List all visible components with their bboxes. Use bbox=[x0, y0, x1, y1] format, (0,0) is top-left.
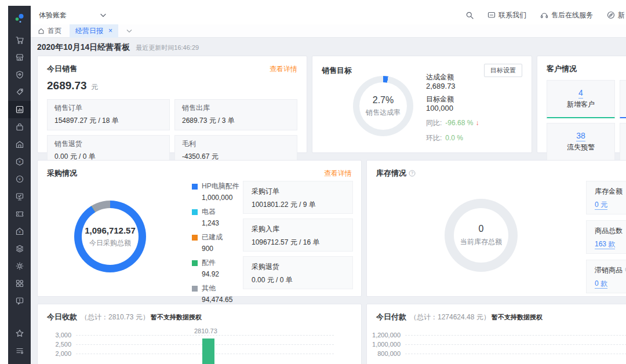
tab-daily-report-label: 经营日报 bbox=[75, 26, 103, 36]
sidebar-item-goods-box-yuan-icon[interactable]: ¥ bbox=[8, 153, 31, 170]
sidebar-item-funds-coin-yuan-icon[interactable]: ¥ bbox=[8, 170, 31, 188]
favorites-star-icon[interactable] bbox=[8, 325, 31, 342]
sales-target-title: 销售目标 bbox=[322, 65, 352, 76]
customers-tiles: 4 新增客户 38 流失预警 bbox=[547, 80, 626, 161]
metric-sales-order[interactable]: 销售订单 154897.27 元 / 18 单 bbox=[47, 99, 170, 130]
tile-label: 采购订单 bbox=[252, 187, 344, 196]
after-sales-service-label: 售后在线服务 bbox=[551, 10, 593, 20]
guide-link[interactable]: 新 bbox=[607, 10, 625, 20]
tile-label: 采购退货 bbox=[252, 262, 344, 272]
goods-count-link[interactable]: 163 款 bbox=[595, 240, 615, 249]
help-icon[interactable]: ? bbox=[409, 170, 416, 177]
metric-label: 销售出库 bbox=[182, 103, 290, 113]
sidebar-item-report-chart-icon[interactable] bbox=[8, 101, 31, 118]
sidebar-item-apps-grid-icon[interactable] bbox=[8, 275, 31, 292]
sidebar-item-store-icon[interactable] bbox=[8, 49, 31, 66]
menu-settings-icon[interactable] bbox=[8, 342, 31, 359]
mom-value: 0.0 % bbox=[445, 134, 463, 142]
mom-label: 环比: bbox=[426, 134, 442, 142]
yoy-label: 同比: bbox=[426, 119, 442, 127]
tab-home[interactable]: 首页 bbox=[38, 26, 61, 36]
compass-icon bbox=[607, 11, 615, 19]
yoy-value: -96.68 % bbox=[445, 119, 473, 127]
customer-tile-cut[interactable] bbox=[620, 123, 626, 161]
sidebar-item-sales-cart-icon[interactable] bbox=[8, 31, 31, 49]
purchase-total-label: 今日采购总额 bbox=[89, 238, 131, 248]
tile-label: 采购入库 bbox=[252, 224, 344, 234]
account-name: 体验账套 bbox=[39, 10, 67, 20]
sidebar-item-warehouse-icon[interactable] bbox=[8, 136, 31, 153]
tab-dropdown-icon[interactable] bbox=[126, 27, 132, 35]
slow-moving-tile[interactable]: 滞销商品? 0 款 bbox=[586, 260, 626, 293]
inventory-amount-tile[interactable]: 库存金额 0 元 bbox=[586, 181, 626, 214]
sidebar-item-settings-gear-icon[interactable] bbox=[8, 257, 31, 275]
sales-target-card: 销售目标 目标设置 2.7% 销售达成率 达成金额 2,689.73 目标金额 … bbox=[312, 56, 532, 153]
today-payments-card: 今日付款 （总计：1274624.48 元） 暂不支持数据授权 1,200,00… bbox=[366, 304, 626, 364]
search-icon[interactable] bbox=[465, 11, 474, 19]
target-settings-button[interactable]: 目标设置 bbox=[484, 64, 522, 77]
svg-text:¥: ¥ bbox=[19, 177, 21, 181]
app-window: ¥ ¥ ¥ bbox=[8, 6, 626, 364]
legend-item: 其他 94,474.65 bbox=[192, 283, 239, 304]
y-axis-tick: 800,000 bbox=[367, 350, 401, 357]
close-tab-icon[interactable]: × bbox=[108, 27, 112, 35]
new-customers-count-link[interactable]: 4 bbox=[578, 88, 583, 99]
inventory-tiles: 库存金额 0 元 商品总数 163 款 滞销商品? 0 款 bbox=[586, 161, 626, 296]
yoy-row: 同比:-96.68 %↓ bbox=[426, 118, 479, 128]
purchase-order-tile[interactable]: 采购订单 1001801.22 元 / 9 单 bbox=[243, 181, 353, 214]
sidebar-item-stock-layers-icon[interactable] bbox=[8, 240, 31, 257]
dashboard-content: 2020年10月14日经营看板 最近更新时间16:46:29 今日销售 查看详情… bbox=[31, 38, 626, 364]
legend-label: 电器 bbox=[202, 207, 216, 217]
sales-view-details-link[interactable]: 查看详情 bbox=[270, 64, 297, 74]
legend-label: HP电脑配件 bbox=[202, 181, 239, 191]
after-sales-service-link[interactable]: 售后在线服务 bbox=[540, 10, 593, 20]
last-updated-text: 最近更新时间16:46:29 bbox=[136, 43, 199, 52]
today-sales-amount: 2689.73 元 bbox=[47, 79, 297, 92]
mom-row: 环比:0.0 % bbox=[426, 133, 479, 143]
chevron-down-icon bbox=[100, 13, 106, 17]
legend-item: 电器 1,243 bbox=[192, 207, 239, 227]
tile-value: 1096712.57 元 / 16 单 bbox=[252, 238, 344, 247]
contact-us-link[interactable]: 联系我们 bbox=[487, 10, 526, 20]
gridline bbox=[405, 354, 626, 354]
tile-label: 商品总数 bbox=[595, 226, 626, 236]
inventory-title: 库存情况 bbox=[376, 168, 406, 179]
customer-tile-cut[interactable] bbox=[620, 80, 626, 118]
y-axis-tick: 1,000,000 bbox=[367, 341, 401, 348]
sidebar-item-ticket-icon[interactable] bbox=[8, 205, 31, 223]
today-receipts-card: 今日收款 （总计：2810.73 元） 暂不支持数据授权 3,000 2,500… bbox=[37, 304, 362, 364]
bar-value-label: 2810.73 bbox=[194, 327, 217, 334]
legend-swatch bbox=[192, 235, 198, 241]
sidebar-item-feedback-message-icon[interactable] bbox=[8, 292, 31, 310]
legend-label: 已建成 bbox=[202, 232, 223, 242]
slow-moving-link[interactable]: 0 款 bbox=[595, 279, 607, 289]
yoy-down-arrow-icon: ↓ bbox=[475, 119, 479, 127]
legend-item: 配件 94.92 bbox=[192, 258, 239, 278]
tab-bar: 首页 经营日报 × bbox=[31, 24, 626, 38]
y-axis-tick: 3,000 bbox=[38, 332, 71, 338]
churn-warning-count-link[interactable]: 38 bbox=[576, 131, 585, 141]
churn-warning-tile[interactable]: 38 流失预警 bbox=[547, 123, 615, 161]
customers-card: 客户情况 4 新增客户 38 流失预警 bbox=[537, 56, 626, 153]
sidebar-item-marketing-board-icon[interactable] bbox=[8, 188, 31, 205]
purchase-inbound-tile[interactable]: 采购入库 1096712.57 元 / 16 单 bbox=[243, 219, 353, 252]
purchase-legend: HP电脑配件 1,000,000 电器 1,243 已建成 900 配件 94.… bbox=[192, 181, 239, 309]
purchase-donut-chart: 1,096,712.57 今日采购总额 bbox=[74, 201, 146, 272]
new-customers-tile[interactable]: 4 新增客户 bbox=[547, 80, 615, 118]
today-sales-card: 今日销售 查看详情 2689.73 元 销售订单 154897.27 元 / 1… bbox=[37, 56, 307, 153]
tab-daily-report[interactable]: 经营日报 × bbox=[70, 24, 118, 38]
sidebar-item-member-badge-icon[interactable] bbox=[8, 66, 31, 83]
achieved-label: 达成金额 bbox=[426, 72, 479, 82]
gridline bbox=[405, 335, 626, 336]
account-switcher[interactable]: 体验账套 bbox=[39, 10, 106, 20]
sidebar-item-finance-house-yuan-icon[interactable]: ¥ bbox=[8, 223, 31, 240]
app-logo-icon[interactable] bbox=[8, 6, 31, 31]
sidebar-item-purchase-bag-icon[interactable] bbox=[8, 118, 31, 136]
metric-sales-outbound[interactable]: 销售出库 2689.73 元 / 3 单 bbox=[174, 99, 297, 130]
receipts-bar bbox=[202, 338, 214, 364]
inventory-amount-link[interactable]: 0 元 bbox=[595, 201, 607, 210]
metric-label: 销售订单 bbox=[54, 103, 162, 113]
goods-count-tile[interactable]: 商品总数 163 款 bbox=[586, 220, 626, 254]
purchase-return-tile[interactable]: 采购退货 0.00 元 / 0 单 bbox=[243, 256, 353, 289]
sidebar-item-price-tag-icon[interactable] bbox=[8, 83, 31, 101]
